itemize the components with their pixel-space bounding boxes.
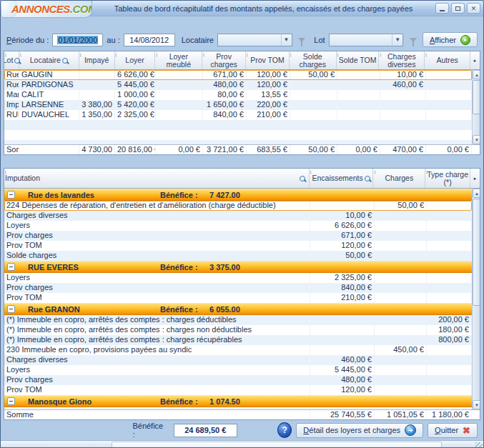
show-button[interactable]: Afficher ▸ — [423, 32, 478, 47]
scroll-down-icon[interactable]: ▼ — [473, 400, 480, 409]
window-background — [1, 155, 483, 166]
column-adjust-icon[interactable] — [115, 51, 118, 59]
search-icon[interactable] — [62, 58, 68, 64]
group-header[interactable]: RUE EVERESBénéfice :3 375.00 — [4, 261, 472, 273]
period-to-input[interactable] — [124, 34, 175, 46]
collapse-icon[interactable] — [7, 397, 15, 405]
column-adjust-icon[interactable] — [425, 168, 428, 176]
upper-column-header[interactable]: Lot — [4, 51, 19, 69]
titlebar[interactable]: ANNONCES.COM Tableau de bord récapitulat… — [1, 1, 483, 16]
upper-column-header[interactable]: Loyer — [115, 51, 156, 69]
help-button[interactable]: ? — [277, 422, 292, 438]
upper-column-header[interactable]: Charges diverses — [379, 51, 425, 69]
lower-column-header[interactable]: Imputation — [4, 169, 310, 188]
chevron-down-icon[interactable]: ▼ — [392, 34, 402, 46]
lower-vertical-scrollbar[interactable]: ▲ ▼ — [472, 189, 480, 409]
search-icon[interactable] — [365, 176, 370, 181]
minimize-button[interactable] — [435, 3, 449, 14]
column-adjust-icon[interactable] — [310, 168, 312, 176]
resize-grip-icon[interactable] — [475, 442, 483, 448]
group-header[interactable]: Manosque GionoBénéfice :1 074.50 — [4, 395, 472, 407]
lot-clear-filter-button[interactable] — [407, 34, 419, 46]
scroll-thumb[interactable] — [473, 199, 480, 306]
column-adjust-icon[interactable] — [4, 51, 7, 59]
table-row[interactable]: 230 Immeuble en copro, provisions payées… — [4, 345, 472, 355]
upper-column-header[interactable]: Solde TOM — [337, 51, 380, 69]
table-row[interactable]: Prov charges480,00 € — [4, 375, 472, 385]
table-row[interactable]: (*) Immeuble en copro, arrêtés des compt… — [4, 315, 472, 325]
lower-column-header[interactable]: Type charge (*) — [425, 169, 470, 188]
upper-column-header[interactable]: Impayé — [79, 51, 115, 69]
column-adjust-icon[interactable] — [246, 51, 249, 59]
column-adjust-icon[interactable] — [202, 51, 205, 59]
scroll-thumb[interactable] — [473, 80, 480, 114]
table-row[interactable]: Rue CPARDIGONAS5 445,00 €480,00 €120,00 … — [4, 80, 472, 90]
close-button[interactable]: ✕ — [467, 3, 480, 14]
column-adjust-icon[interactable] — [290, 51, 292, 59]
table-row[interactable]: Charges diverses460,00 € — [4, 355, 472, 365]
lower-column-header[interactable]: Encaissements — [310, 169, 374, 188]
table-row[interactable]: (*) Immeuble en copro, arrêtés des compt… — [4, 325, 472, 335]
detail-button[interactable]: Détail des loyers et charges ➜ — [296, 423, 423, 438]
upper-column-header[interactable]: Prov charges — [202, 51, 246, 69]
upper-column-header[interactable]: Autres — [425, 51, 470, 69]
column-adjust-icon[interactable] — [379, 51, 382, 59]
lot-select[interactable]: ▼ — [329, 34, 404, 46]
logo-text-suffix: .COM — [70, 3, 92, 15]
table-row[interactable]: Solde charges50,00 € — [4, 251, 472, 261]
period-from-input[interactable]: 01/01/2000 — [52, 34, 103, 46]
group-header[interactable]: Rue des lavandesBénéfice :7 427.00 — [4, 189, 472, 201]
chevron-down-icon[interactable]: ▼ — [281, 34, 292, 46]
upper-column-header[interactable]: Solde charges — [290, 51, 337, 69]
table-row[interactable]: Charges diverses10,00 € — [4, 211, 472, 221]
scroll-track[interactable] — [473, 198, 480, 400]
table-row[interactable]: Prov charges671,00 € — [4, 231, 472, 241]
collapse-icon[interactable] — [7, 305, 15, 313]
table-row[interactable]: ImpaLARSENNE3 380,005 420,00 €1 650,00 €… — [4, 100, 472, 110]
tenant-select[interactable]: ▼ — [217, 34, 292, 46]
column-adjust-icon[interactable] — [373, 168, 376, 176]
header-scroll-right-icon[interactable]: ▸ — [470, 169, 480, 188]
horizontal-scrollbar[interactable] — [1, 440, 483, 448]
quit-button[interactable]: Quitter ✖ — [428, 423, 478, 438]
scroll-up-icon[interactable]: ▲ — [473, 70, 480, 79]
upper-vertical-scrollbar[interactable]: ▲ ▼ — [472, 70, 480, 144]
restore-button[interactable] — [451, 3, 465, 14]
table-row[interactable]: (*) Immeuble en copro, arrêtés des compt… — [4, 335, 472, 345]
table-row[interactable]: RUE IDUVAUCHEL1 350,002 325,00 €840,00 €… — [4, 110, 472, 120]
column-adjust-icon[interactable] — [155, 51, 158, 59]
group-name: Rue des lavandes — [28, 191, 94, 199]
hscroll-thumb[interactable] — [112, 442, 442, 448]
group-header[interactable]: Rue GRANONBénéfice :6 055.00 — [4, 303, 472, 315]
table-row[interactable]: Prov TOM120,00 € — [4, 241, 472, 251]
upper-column-header[interactable]: Prov TOM — [246, 51, 290, 69]
table-row[interactable]: 224 Dépenses de réparation, d'entretien … — [4, 201, 472, 211]
collapse-icon[interactable] — [7, 191, 15, 199]
column-adjust-icon[interactable] — [19, 51, 22, 59]
upper-column-header[interactable]: Loyer meublé — [155, 51, 202, 69]
lower-column-header[interactable]: Charges — [373, 169, 425, 188]
table-row[interactable]: Prov TOM210,00 € — [4, 293, 472, 303]
upper-column-header[interactable]: Locataire — [19, 51, 79, 69]
table-row[interactable]: Prov charges840,00 € — [4, 283, 472, 293]
scroll-down-icon[interactable]: ▼ — [473, 135, 480, 144]
table-row[interactable]: Loyers2 325,00 € — [4, 273, 472, 283]
group-benefit-value: 7 427.00 — [209, 191, 240, 199]
tenant-clear-filter-button[interactable] — [296, 34, 308, 46]
header-scroll-right-icon[interactable]: ▸ — [470, 51, 480, 69]
table-row[interactable]: Rue cGAUGIN6 626,00 €671,00 €120,00 €50,… — [4, 70, 472, 80]
column-adjust-icon[interactable] — [425, 51, 428, 59]
scroll-track[interactable] — [473, 79, 480, 135]
column-adjust-icon[interactable] — [4, 168, 7, 176]
search-icon[interactable] — [300, 176, 305, 181]
column-adjust-icon[interactable] — [337, 51, 340, 59]
sum-cell: 0,00 € — [337, 145, 380, 154]
collapse-icon[interactable] — [7, 263, 15, 271]
column-adjust-icon[interactable] — [79, 51, 82, 59]
scroll-up-icon[interactable]: ▲ — [473, 189, 480, 198]
cell — [310, 325, 375, 335]
table-row[interactable]: Loyers5 445,00 € — [4, 365, 472, 375]
table-row[interactable]: MancCALIT1 000,00 €80,00 €13,55 € — [4, 90, 472, 100]
table-row[interactable]: Prov TOM120,00 € — [4, 385, 472, 395]
table-row[interactable]: Loyers6 626,00 € — [4, 221, 472, 231]
